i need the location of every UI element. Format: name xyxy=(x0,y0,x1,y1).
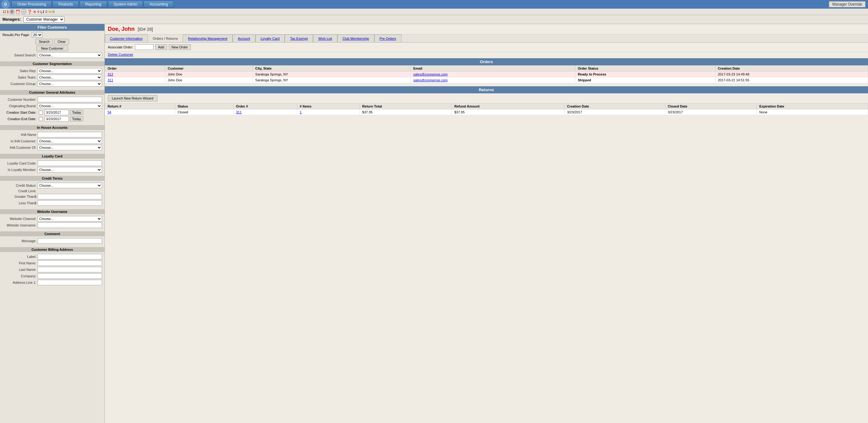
nav-order-processing[interactable]: Order Processing xyxy=(11,1,52,8)
order-status-cell: Shipped xyxy=(575,77,715,83)
nav-products[interactable]: Products xyxy=(52,1,79,8)
order-number-link[interactable]: 311 xyxy=(107,78,113,82)
clear-button[interactable]: Clear xyxy=(54,39,69,44)
creation-end-date-input[interactable] xyxy=(45,116,69,122)
associate-order-bar: Associate Order: Add New Order xyxy=(105,42,868,52)
alert-icon[interactable]: ℹ xyxy=(7,9,9,14)
icon-r[interactable]: R xyxy=(9,9,14,14)
launch-return-wizard-button[interactable]: Launch New Return Wizard xyxy=(108,95,157,101)
tab-club-membership[interactable]: Club Membership xyxy=(337,34,374,42)
credit-terms-section: Credit Status: Choose... Credit Limit: G… xyxy=(0,182,104,208)
is-iha-customer-select[interactable]: Choose... xyxy=(38,138,102,144)
tab-wish-list[interactable]: Wish List xyxy=(313,34,337,42)
col-order: Order xyxy=(105,66,165,71)
loyalty-card-code-input[interactable] xyxy=(38,161,102,166)
order-email-link[interactable]: sales@coresense.com xyxy=(413,72,447,76)
notification-row: 12 ℹ R ⏰ − ❓ ✕ 0 📢 0 ✉ 0 xyxy=(0,9,868,15)
return-order-link[interactable]: 311 xyxy=(236,110,242,114)
creation-start-date-checkbox[interactable] xyxy=(39,110,43,115)
delete-customer-link[interactable]: Delete Customer xyxy=(108,53,133,56)
order-number-cell: 311 xyxy=(105,77,165,83)
order-email-cell: sales@coresense.com xyxy=(411,71,575,77)
associate-order-input[interactable] xyxy=(135,44,153,50)
address-line1-row: Address Line 1: xyxy=(2,280,102,285)
message-label: Message: xyxy=(2,239,36,243)
sidebar: Filter Customers Results Per Page: 20 Se… xyxy=(0,24,105,423)
main-layout: Filter Customers Results Per Page: 20 Se… xyxy=(0,24,868,423)
website-username-section: Website Channel: Choose... Website Usern… xyxy=(0,215,104,230)
originating-brand-select[interactable]: Choose... xyxy=(38,103,102,109)
tab-orders-returns: Orders / Returns xyxy=(148,34,183,42)
return-items-link[interactable]: 1 xyxy=(300,110,302,114)
address-line1-input[interactable] xyxy=(38,280,102,285)
greater-than-input[interactable] xyxy=(38,194,102,199)
tab-tax-exempt[interactable]: Tax Exempt xyxy=(285,34,313,42)
envelope-icon[interactable]: ✉ xyxy=(49,9,52,14)
customer-group-select[interactable]: Choose... xyxy=(38,81,102,87)
tab-customer-information[interactable]: Customer Information xyxy=(105,34,148,42)
col-return-total: Return Total xyxy=(360,103,452,109)
refund-amount-cell: $37.95 xyxy=(452,109,564,115)
tab-pre-orders[interactable]: Pre Orders xyxy=(374,34,402,42)
creation-end-date-checkbox[interactable] xyxy=(39,117,43,121)
tab-relationship-management[interactable]: Relationship Management xyxy=(183,34,232,42)
icon-question[interactable]: ❓ xyxy=(27,9,32,14)
speaker-icon: 📢 xyxy=(40,10,44,14)
app-logo[interactable]: G xyxy=(1,0,10,9)
is-loyalty-member-select[interactable]: Choose... xyxy=(38,167,102,172)
nav-reporting[interactable]: Reporting xyxy=(80,1,107,8)
company-row: Company: xyxy=(2,273,102,279)
website-username-title: Website Username xyxy=(0,209,104,214)
customer-number-input[interactable] xyxy=(38,97,102,102)
return-num-link[interactable]: 54 xyxy=(107,110,111,114)
manager-override-button[interactable]: Manager Override xyxy=(829,1,866,7)
sales-rep-select[interactable]: Choose... xyxy=(38,68,102,74)
creation-end-date-today-button[interactable]: Today xyxy=(70,117,83,121)
new-order-button[interactable]: New Order xyxy=(169,44,191,50)
managers-label: Managers: xyxy=(2,17,21,22)
top-nav: G Order Processing Products Reporting Sy… xyxy=(0,0,868,9)
new-customer-button[interactable]: New Customer xyxy=(36,45,68,51)
creation-start-date-today-button[interactable]: Today xyxy=(70,110,83,115)
tab-loyalty-card[interactable]: Loyalty Card xyxy=(255,34,285,42)
search-button[interactable]: Search xyxy=(35,39,53,44)
icon-clock[interactable]: ⏰ xyxy=(16,9,20,14)
return-creation-date-cell: 3/23/2017 xyxy=(564,109,665,115)
returns-section-header: Returns xyxy=(105,86,868,93)
manager-select[interactable]: Customer Manager xyxy=(23,16,64,23)
sales-team-select[interactable]: Choose... xyxy=(38,74,102,80)
company-input[interactable] xyxy=(38,273,102,279)
iha-name-input[interactable] xyxy=(38,132,102,137)
less-than-input[interactable] xyxy=(38,200,102,206)
nav-system-admin[interactable]: System Admin xyxy=(108,1,143,8)
customer-number-label: Customer Number: xyxy=(2,98,36,101)
col-creation-date: Creation Date xyxy=(715,66,868,71)
label-input[interactable] xyxy=(38,254,102,259)
order-status-cell: Ready to Process xyxy=(575,71,715,77)
returns-table: Return # Status Order # # Items Return T… xyxy=(105,103,868,115)
order-creation-date-cell: 2017-03-23 14:49:48 xyxy=(715,71,868,77)
last-name-input[interactable] xyxy=(38,267,102,272)
customer-name: Doe, John xyxy=(108,26,135,32)
creation-start-date-input[interactable] xyxy=(45,110,69,115)
website-username-input[interactable] xyxy=(38,222,102,228)
customer-lastname: John xyxy=(121,26,135,32)
in-house-accounts-title: In House Accounts xyxy=(0,125,104,130)
website-channel-select[interactable]: Choose... xyxy=(38,216,102,222)
col-city-state: City, State xyxy=(253,66,411,71)
first-name-input[interactable] xyxy=(38,260,102,266)
iha-customer-of-select[interactable]: Choose... xyxy=(38,145,102,150)
nav-accounting[interactable]: Accounting xyxy=(144,1,174,8)
icon-x[interactable]: ✕ xyxy=(33,9,36,14)
results-per-page-select[interactable]: 20 xyxy=(32,32,42,38)
add-button[interactable]: Add xyxy=(155,44,167,50)
tab-account[interactable]: Account xyxy=(232,34,255,42)
order-email-link[interactable]: sales@coresense.com xyxy=(413,78,447,82)
credit-status-select[interactable]: Choose... xyxy=(38,183,102,188)
saved-search-select[interactable]: Choose... xyxy=(38,53,102,58)
order-creation-date-cell: 2017-03-21 14:51:55 xyxy=(715,77,868,83)
message-input[interactable] xyxy=(38,238,102,244)
order-number-link[interactable]: 312 xyxy=(107,72,113,76)
icon-minus[interactable]: − xyxy=(21,9,26,14)
return-num-items-cell: 1 xyxy=(297,109,360,115)
